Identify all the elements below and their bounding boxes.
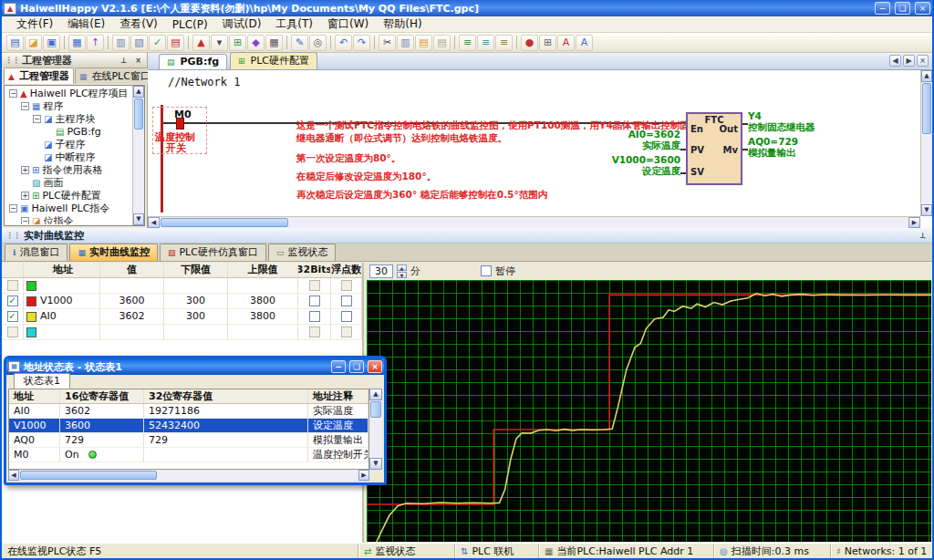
menu-item-6[interactable]: 窗口(W) [320,16,376,33]
find-button[interactable]: ◎ [309,35,327,51]
tab-plc-hardware-config[interactable]: ⊞ PLC硬件配置 [230,52,317,69]
scroll-up-icon[interactable]: ▲ [369,389,382,400]
tree-item-Haiwell PLC指令[interactable]: −▣Haiwell PLC指令 [5,202,131,214]
redo-button[interactable]: ↷ [353,35,370,51]
tree-item-主程序块[interactable]: −◪主程序块 [5,112,131,125]
tree-expander-icon[interactable]: − [9,89,17,98]
menu-item-3[interactable]: PLC(P) [165,17,215,32]
scroll-down-icon[interactable]: ▼ [369,458,382,470]
hardware-config-button[interactable]: ⊞ [229,35,246,51]
row-checkbox[interactable]: ✓ [7,311,18,322]
tab-monitor-status[interactable]: ▭ 监视状态 [268,244,337,261]
tab-plc-simulation-window[interactable]: ▧ PLC硬件仿真窗口 [160,244,266,261]
time-window-stepper[interactable]: ▲▼ [397,264,407,278]
copy-button[interactable]: ▥ [397,35,414,51]
instruction-wizard-button[interactable]: ▲ [192,35,210,51]
scroll-left-icon[interactable]: ◀ [148,217,160,228]
close-doc-button[interactable]: ▤ [167,35,184,51]
status-window-vscrollbar[interactable]: ▲ ▼ [369,389,382,470]
step-up-icon[interactable]: ▲ [397,264,407,271]
bits32-checkbox[interactable] [309,311,320,322]
time-window-input[interactable]: 30 [369,264,393,278]
monitor-row-V1000[interactable]: ✓V100036003003800 [2,294,362,309]
tree-expander-icon[interactable]: − [9,204,17,213]
scroll-right-icon[interactable]: ▶ [908,217,920,228]
tree-item-PGB:fg[interactable]: ▤PGB:fg [5,125,131,138]
pin-icon[interactable]: ⊥ [917,230,929,241]
print-button[interactable]: ▥ [112,35,130,51]
row-checkbox[interactable] [7,327,18,337]
wizard-dropdown-button[interactable]: ▾ [211,35,228,51]
tree-item-PLC硬件配置[interactable]: +⊞PLC硬件配置 [5,189,131,202]
ladder-branch-button[interactable]: ≡ [477,35,494,51]
tab-scroll-left-icon[interactable]: ◀ [889,55,901,67]
delete-button[interactable]: ▤ [433,35,451,51]
tab-online-plc-window[interactable]: ▦ 在线PLC窗口 [75,67,155,84]
scroll-thumb[interactable] [161,218,288,227]
save-all-button[interactable]: ▦ [68,35,86,51]
close-panel-icon[interactable]: × [132,55,144,66]
dock-grip[interactable]: ⋮⋮ [5,56,19,65]
row-checkbox[interactable] [7,280,18,291]
tree-expander-icon[interactable]: − [33,115,41,123]
tab-realtime-curve[interactable]: ▦ 实时曲线监控 [69,244,158,261]
font-button[interactable]: A [576,35,593,51]
tab-scroll-right-icon[interactable]: ▶ [903,55,915,67]
close-button[interactable]: × [915,2,930,15]
open-file-button[interactable]: ◪ [25,35,42,51]
scroll-thumb[interactable] [134,99,143,130]
tree-item-中断程序[interactable]: ◪中断程序 [5,150,131,163]
menu-item-7[interactable]: 帮助(H) [376,16,429,33]
row-checkbox[interactable]: ✓ [7,296,18,306]
step-down-icon[interactable]: ▼ [397,272,407,278]
ladder-network-button[interactable]: ≡ [459,35,476,51]
status-row-AI0[interactable]: AI0360219271186实际温度 [9,404,368,419]
address-status-window[interactable]: ▦ 地址状态表 - 状态表1 − ❏ × 状态表1 地址 16位寄存器值 32位… [4,356,387,485]
tab-pgb-fg[interactable]: ▤ PGB:fg [159,54,227,69]
editor-vscrollbar[interactable]: ▲ ▼ [920,70,932,216]
menu-item-0[interactable]: 文件(F) [9,16,60,33]
print-preview-button[interactable]: ▧ [130,35,148,51]
ladder-element-button[interactable]: ≡ [495,35,513,51]
tree-scrollbar[interactable]: ▲ ▼ [132,86,144,225]
tree-item-程序[interactable]: −▦程序 [5,99,131,112]
pause-checkbox[interactable] [481,265,492,276]
tab-status-table-1[interactable]: 状态表1 [14,373,70,389]
restore-button[interactable]: ❏ [895,2,910,15]
tab-message-window[interactable]: ℹ 消息窗口 [5,244,67,261]
dock-grip[interactable]: ⋮⋮ [5,231,20,240]
new-file-button[interactable]: ▤ [6,35,24,51]
scroll-left-icon[interactable]: ◀ [8,470,19,481]
scroll-thumb[interactable] [922,83,931,134]
network-manager-button[interactable]: ⊞ [539,35,556,51]
scroll-thumb[interactable] [370,401,381,418]
scroll-down-icon[interactable]: ▼ [133,213,144,225]
status-row-V1000[interactable]: V1000360052432400设定温度 [9,419,368,433]
contact-symbol[interactable] [176,118,184,130]
monitor-row-0[interactable] [2,278,362,294]
monitor-row-AI0[interactable]: ✓AI036023003800 [2,309,362,325]
float-checkbox[interactable] [341,327,352,337]
float-checkbox[interactable] [341,311,352,322]
online-window-button[interactable]: ▦ [265,35,283,51]
float-checkbox[interactable] [341,280,352,291]
tree-expander-icon[interactable]: − [21,102,29,110]
scroll-up-icon[interactable]: ▲ [133,86,144,98]
tree-expander-icon[interactable]: − [21,217,29,225]
editor-hscrollbar[interactable]: ◀ ▶ [148,216,920,228]
tree-item-指令使用表格[interactable]: +⊞指令使用表格 [5,163,131,176]
bits32-checkbox[interactable] [309,280,320,291]
page-check-button[interactable]: ✓ [149,35,166,51]
save-button[interactable]: ▣ [43,35,60,51]
status-window-hscrollbar[interactable]: ◀ ▶ [8,470,369,481]
comm-config-button[interactable]: ◆ [247,35,265,51]
minimize-button[interactable]: − [331,360,346,373]
scroll-right-icon[interactable]: ▶ [358,470,369,481]
tree-item-Haiwell PLC程序项目[interactable]: −▲Haiwell PLC程序项目 [5,87,131,99]
tree-expander-icon[interactable]: + [21,166,29,174]
menu-item-1[interactable]: 编辑(E) [60,16,112,33]
scroll-down-icon[interactable]: ▼ [921,204,932,216]
tree-expander-icon[interactable]: + [21,192,29,200]
edit-program-button[interactable]: ✎ [291,35,308,51]
undo-button[interactable]: ↶ [335,35,352,51]
